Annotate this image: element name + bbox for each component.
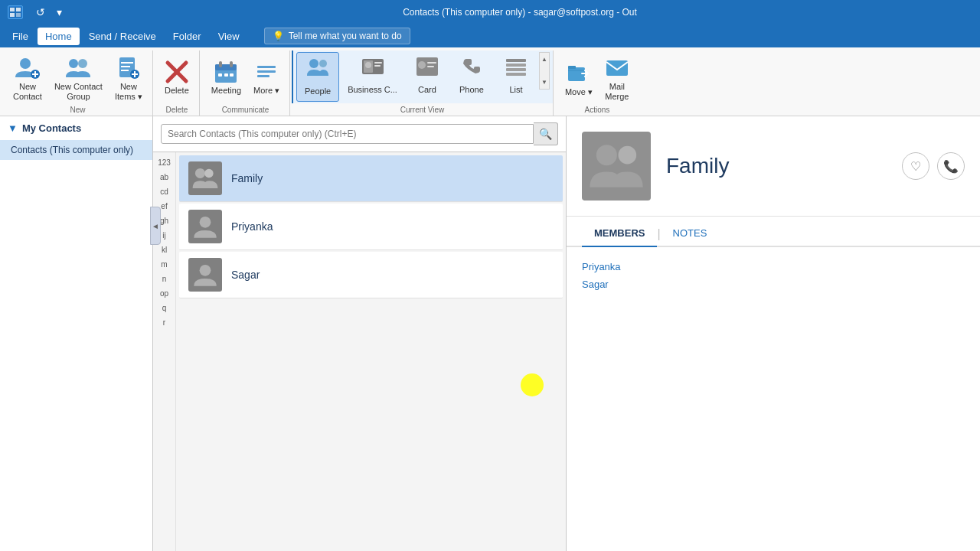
favorite-icon: ♡ bbox=[910, 159, 921, 174]
phone-view-label: Phone bbox=[459, 85, 484, 94]
sidebar-collapse-button[interactable]: ◄ bbox=[150, 207, 161, 245]
contact-avatar-family bbox=[188, 161, 222, 195]
tell-me-box[interactable]: 💡 Tell me what you want to do bbox=[264, 28, 410, 44]
move-icon bbox=[567, 61, 591, 86]
meeting-button[interactable]: Meeting bbox=[206, 56, 247, 99]
undo-button[interactable]: ↺ bbox=[32, 4, 49, 21]
svg-rect-21 bbox=[215, 64, 237, 70]
alpha-q[interactable]: q bbox=[153, 301, 175, 315]
redo-dropdown-button[interactable]: ▾ bbox=[51, 4, 67, 21]
mail-merge-button[interactable]: MailMerge bbox=[599, 52, 635, 106]
menu-view[interactable]: View bbox=[211, 28, 247, 45]
alpha-123[interactable]: 123 bbox=[153, 155, 175, 170]
svg-rect-39 bbox=[427, 62, 436, 64]
alpha-cd[interactable]: cd bbox=[153, 184, 175, 199]
contact-item-family[interactable]: Family bbox=[179, 155, 563, 202]
view-scroll-down[interactable]: ▼ bbox=[540, 77, 549, 87]
view-scroll-up[interactable]: ▲ bbox=[540, 54, 549, 64]
contact-avatar-priyanka bbox=[188, 210, 222, 243]
delete-label: Delete bbox=[165, 86, 189, 96]
search-bar: 🔍 bbox=[153, 116, 566, 152]
svg-rect-14 bbox=[121, 70, 129, 71]
alpha-op[interactable]: op bbox=[153, 286, 175, 301]
move-label: Move ▾ bbox=[565, 87, 593, 97]
contact-name-priyanka: Priyanka bbox=[231, 220, 273, 233]
new-items-button[interactable]: NewItems ▾ bbox=[109, 52, 148, 106]
ribbon-group-actions: Move ▾ MailMerge Actions bbox=[555, 51, 639, 116]
new-contact-group-label: New ContactGroup bbox=[54, 82, 103, 102]
svg-rect-3 bbox=[10, 13, 15, 17]
view-list-button[interactable]: List bbox=[495, 52, 537, 102]
search-button[interactable]: 🔍 bbox=[534, 122, 558, 145]
view-scroll-arrows[interactable]: ▲ ▼ bbox=[539, 52, 550, 90]
svg-rect-25 bbox=[224, 73, 228, 77]
svg-rect-44 bbox=[506, 73, 526, 76]
view-business-card-button[interactable]: Business C... bbox=[341, 52, 404, 102]
lightbulb-icon: 💡 bbox=[273, 31, 284, 41]
mail-merge-label: MailMerge bbox=[605, 82, 629, 102]
alpha-m[interactable]: m bbox=[153, 257, 175, 272]
view-people-button[interactable]: People bbox=[296, 52, 339, 102]
new-contact-icon bbox=[15, 56, 40, 80]
search-input[interactable] bbox=[161, 124, 534, 144]
delete-group-label: Delete bbox=[165, 106, 188, 114]
svg-rect-27 bbox=[257, 66, 276, 68]
svg-rect-40 bbox=[427, 66, 434, 67]
actions-group-label: Actions bbox=[585, 106, 610, 114]
svg-rect-24 bbox=[218, 73, 222, 77]
more-button[interactable]: More ▾ bbox=[248, 56, 285, 99]
svg-rect-1 bbox=[10, 8, 15, 11]
people-view-icon bbox=[306, 56, 329, 84]
contact-avatar-sagar bbox=[188, 258, 222, 292]
communicate-group-label: Communicate bbox=[222, 106, 270, 114]
contact-name-sagar: Sagar bbox=[231, 269, 260, 281]
member-sagar[interactable]: Sagar bbox=[582, 277, 965, 292]
ribbon: NewContact New ContactGroup bbox=[0, 47, 980, 116]
svg-point-49 bbox=[204, 169, 213, 178]
detail-name: Family bbox=[666, 154, 887, 178]
new-contact-group-button[interactable]: New ContactGroup bbox=[49, 52, 108, 106]
svg-rect-42 bbox=[506, 64, 526, 67]
contact-item-sagar[interactable]: Sagar bbox=[179, 252, 563, 298]
sidebar-title: ▼ My Contacts bbox=[0, 116, 152, 140]
delete-icon bbox=[165, 60, 189, 84]
detail-tabs: MEMBERS | NOTES bbox=[567, 217, 980, 247]
svg-rect-23 bbox=[230, 61, 233, 67]
delete-button[interactable]: Delete bbox=[159, 56, 194, 99]
tab-members[interactable]: MEMBERS bbox=[582, 223, 657, 247]
tab-notes[interactable]: NOTES bbox=[661, 223, 720, 247]
menu-home[interactable]: Home bbox=[38, 28, 80, 45]
svg-rect-13 bbox=[121, 66, 130, 67]
svg-rect-22 bbox=[219, 61, 222, 67]
svg-rect-28 bbox=[257, 70, 276, 73]
svg-rect-46 bbox=[568, 66, 576, 69]
menu-folder[interactable]: Folder bbox=[165, 28, 209, 45]
menu-file[interactable]: File bbox=[5, 28, 36, 45]
sidebar-item-contacts-local[interactable]: Contacts (This computer only) bbox=[0, 140, 152, 160]
new-items-icon bbox=[116, 56, 141, 80]
member-priyanka[interactable]: Priyanka bbox=[582, 259, 965, 274]
alpha-r[interactable]: r bbox=[153, 315, 175, 330]
svg-point-53 bbox=[619, 146, 637, 165]
alpha-ab[interactable]: ab bbox=[153, 170, 175, 184]
current-view-buttons: People Business C... bbox=[292, 51, 553, 103]
new-contact-button[interactable]: NewContact bbox=[8, 52, 47, 106]
view-card-button[interactable]: Card bbox=[406, 52, 449, 102]
more-icon bbox=[254, 60, 279, 84]
detail-avatar bbox=[582, 132, 651, 201]
alpha-n[interactable]: n bbox=[153, 272, 175, 286]
contact-item-priyanka[interactable]: Priyanka bbox=[179, 204, 563, 250]
mail-merge-icon bbox=[605, 56, 629, 80]
svg-point-31 bbox=[319, 60, 327, 67]
menu-send-receive[interactable]: Send / Receive bbox=[81, 28, 164, 45]
main-layout: ▼ My Contacts Contacts (This computer on… bbox=[0, 116, 980, 551]
move-button[interactable]: Move ▾ bbox=[560, 57, 598, 101]
call-button[interactable]: 📞 bbox=[937, 152, 965, 180]
svg-point-10 bbox=[78, 59, 87, 68]
svg-point-52 bbox=[596, 145, 617, 165]
favorite-button[interactable]: ♡ bbox=[902, 152, 929, 180]
title-bar-nav[interactable]: ↺ ▾ bbox=[32, 4, 67, 21]
view-phone-button[interactable]: Phone bbox=[450, 52, 493, 102]
sidebar: ▼ My Contacts Contacts (This computer on… bbox=[0, 116, 153, 551]
meeting-label: Meeting bbox=[211, 86, 241, 96]
